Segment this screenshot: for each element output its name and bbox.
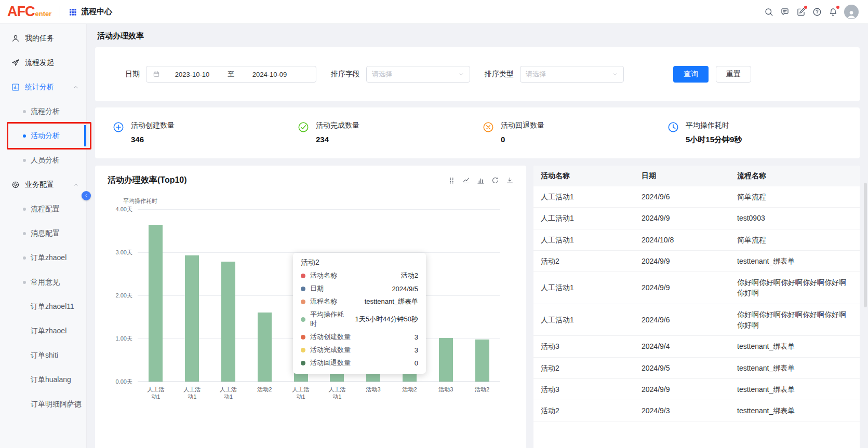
table-cell: 2024/9/5 (634, 357, 730, 378)
date-range-separator: 至 (228, 70, 234, 79)
help-icon[interactable] (812, 7, 822, 17)
ai-assistant-icon[interactable] (780, 7, 790, 17)
y-axis-label: 3.00天 (108, 249, 132, 256)
compose-icon[interactable] (796, 7, 806, 17)
data-table: 活动名称日期流程名称 人工活动12024/9/6简单流程人工活动12024/9/… (533, 166, 860, 422)
sidebar-subitem-订单hualang[interactable]: 订单hualang (0, 368, 86, 392)
sidebar-subitem-订单zhaoel[interactable]: 订单zhaoel (0, 319, 86, 343)
sort-field-group: 排序字段 请选择 (331, 66, 470, 83)
chart-bar[interactable] (149, 225, 163, 382)
table-cell: 简单流程 (730, 229, 860, 250)
bullet-dot (23, 110, 26, 113)
table-cell: 活动2 (533, 400, 634, 422)
table-cell: 活动3 (533, 336, 634, 357)
app-grid-icon[interactable] (69, 8, 77, 16)
tooltip-label: 活动名称 (310, 271, 337, 280)
table-cell: 2024/9/9 (634, 378, 730, 400)
page-scrollbar-thumb[interactable] (864, 183, 867, 307)
series-dot (301, 287, 305, 291)
tooltip-row: 活动回退数量0 (301, 358, 418, 368)
sidebar-subitem-流程分析[interactable]: 流程分析 (0, 99, 86, 124)
tooltip-value: testtenant_绑表单 (359, 297, 418, 306)
sort-type-select[interactable]: 请选择 (520, 66, 624, 83)
chart-bar[interactable] (475, 340, 489, 382)
bar-slot (210, 209, 247, 382)
user-avatar[interactable] (844, 5, 859, 19)
x-slot: 人工活动1 (283, 386, 319, 401)
sidebar-subitem-人员分析[interactable]: 人员分析 (0, 148, 86, 172)
bullet-dot (23, 281, 26, 284)
table-row: 活动22024/9/3testtenant_绑表单 (533, 400, 860, 422)
x-axis-label: 人工活动1 (290, 386, 311, 401)
table-cell: 人工活动1 (533, 208, 634, 229)
chart-tooltip: 活动2 活动名称活动2日期2024/9/5流程名称testtenant_绑表单平… (293, 253, 426, 374)
notification-dot (804, 6, 807, 9)
sidebar-subitem-订单zhaoel11[interactable]: 订单zhaoel11 (0, 294, 86, 319)
x-slot: 人工活动1 (138, 386, 174, 401)
table-cell: 你好啊你好啊你好啊你好啊你好啊你好啊 (730, 272, 860, 304)
refresh-icon[interactable] (491, 177, 499, 184)
close-circle-icon (483, 121, 494, 133)
sidebar-item-业务配置[interactable]: 业务配置 (0, 172, 86, 197)
table-cell: 人工活动1 (533, 272, 634, 304)
sidebar-subitem-订单zhaoel[interactable]: 订单zhaoel (0, 246, 86, 270)
y-axis-label: 0.00天 (108, 378, 132, 386)
table-row: 人工活动12024/9/6你好啊你好啊你好啊你好啊你好啊你好啊 (533, 304, 860, 336)
date-end-input[interactable] (242, 71, 298, 78)
bar-chart-icon[interactable] (477, 177, 485, 184)
date-range-picker[interactable]: 至 (146, 66, 316, 83)
sidebar-item-流程发起[interactable]: 流程发起 (0, 50, 86, 75)
sidebar-subitem-订单明细阿萨德[interactable]: 订单明细阿萨德 (0, 392, 86, 416)
table-cell: 2024/9/9 (634, 208, 730, 229)
line-chart-icon[interactable] (462, 177, 470, 184)
sidebar-subitem-label: 流程分析 (31, 107, 60, 116)
sidebar-item-统计分析[interactable]: 统计分析 (0, 75, 86, 99)
table-cell: 2024/9/4 (634, 336, 730, 357)
stat-label: 活动回退数量 (501, 121, 544, 130)
stat-label: 活动创建数量 (131, 121, 175, 130)
sidebar-collapse-button[interactable] (82, 191, 91, 200)
chart-bar[interactable] (221, 262, 235, 382)
sidebar-subitem-label: 订单zhaoel (31, 327, 66, 336)
chart-bar[interactable] (258, 313, 272, 382)
date-start-input[interactable] (164, 71, 220, 78)
column-header-流程名称: 流程名称 (730, 166, 860, 186)
table-cell: testtenant_绑表单 (730, 250, 860, 271)
table-cell: testtenant_绑表单 (730, 400, 860, 422)
reset-button[interactable]: 重置 (716, 66, 751, 83)
sidebar-subitem-label: 人员分析 (31, 156, 60, 165)
sidebar-subitem-订单shiti[interactable]: 订单shiti (0, 343, 86, 368)
bullet-dot (23, 256, 26, 260)
series-dot (301, 274, 305, 278)
bar-slot (428, 209, 464, 382)
app-entry[interactable]: 流程中心 (69, 7, 112, 17)
query-button[interactable]: 查询 (673, 66, 709, 83)
date-filter-group: 日期 至 (125, 66, 316, 83)
sidebar-item-我的任务[interactable]: 我的任务 (0, 26, 86, 50)
sidebar-subitem-活动分析[interactable]: 活动分析 (0, 124, 86, 148)
x-slot: 活动2 (464, 386, 500, 401)
download-icon[interactable] (506, 177, 514, 184)
bell-icon[interactable] (829, 7, 838, 17)
data-view-icon[interactable] (448, 177, 456, 184)
date-filter-label: 日期 (125, 70, 140, 79)
chart-bar[interactable] (439, 338, 453, 382)
sort-type-placeholder: 请选择 (526, 70, 612, 79)
sidebar-subitem-流程配置[interactable]: 流程配置 (0, 197, 86, 221)
sidebar-subitem-常用意见[interactable]: 常用意见 (0, 270, 86, 294)
tooltip-row: 日期2024/9/5 (301, 284, 418, 293)
chart-card: 活动办理效率(Top10) 平均操作耗时 4.00天3.00天2.00天1.00… (95, 166, 526, 448)
sidebar-subitem-label: 订单zhaoel (31, 253, 66, 263)
table-cell: 活动2 (533, 250, 634, 271)
sort-field-select[interactable]: 请选择 (366, 66, 470, 83)
send-icon (11, 59, 20, 67)
sidebar-subitem-消息配置[interactable]: 消息配置 (0, 221, 86, 246)
user-icon (11, 34, 20, 43)
stat-text: 平均操作耗时5小时15分钟9秒 (686, 121, 742, 145)
table-row: 人工活动12024/9/9你好啊你好啊你好啊你好啊你好啊你好啊 (533, 272, 860, 304)
chart-bar[interactable] (185, 255, 199, 382)
table-row: 活动32024/9/9testtenant_绑表单 (533, 378, 860, 400)
bullet-dot (23, 232, 26, 235)
logo-text-main: AFC (7, 4, 35, 20)
search-icon[interactable] (764, 7, 773, 17)
